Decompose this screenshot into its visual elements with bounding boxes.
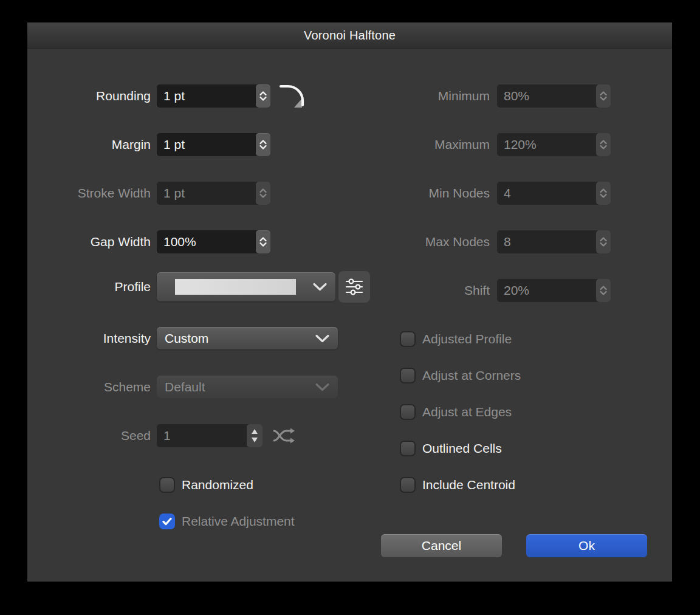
- stroke-width-field: [157, 182, 270, 205]
- window-title: Voronoi Halftone: [304, 29, 396, 43]
- minimum-label: Minimum: [368, 84, 490, 108]
- rounded-corner-icon: [278, 81, 307, 110]
- gap-width-input[interactable]: [157, 230, 255, 253]
- include-centroid-checkbox[interactable]: [400, 477, 416, 493]
- min-nodes-label: Min Nodes: [368, 182, 490, 205]
- stepper-chevrons-icon: [258, 188, 268, 199]
- min-nodes-stepper: [596, 182, 611, 205]
- adjust-at-edges-checkbox: [400, 404, 416, 420]
- outlined-cells-checkbox[interactable]: [400, 441, 416, 456]
- profile-dropdown[interactable]: [157, 272, 335, 301]
- outlined-cells-checkbox-row[interactable]: Outlined Cells: [400, 441, 502, 456]
- margin-stepper[interactable]: [256, 133, 270, 156]
- maximum-input: [497, 133, 595, 156]
- voronoi-halftone-dialog: Voronoi Halftone Rounding Margin Stroke …: [27, 22, 672, 582]
- maximum-label: Maximum: [368, 133, 490, 156]
- relative-adjustment-checkbox-row: Relative Adjustment: [159, 514, 295, 529]
- max-nodes-label: Max Nodes: [368, 230, 490, 253]
- randomized-checkbox-row[interactable]: Randomized: [159, 477, 253, 493]
- scheme-value: Default: [165, 376, 205, 398]
- include-centroid-checkbox-row[interactable]: Include Centroid: [400, 477, 515, 493]
- seed-input: [157, 424, 255, 447]
- adjust-at-corners-label: Adjust at Corners: [422, 368, 521, 383]
- profile-settings-button[interactable]: [338, 271, 370, 303]
- cancel-button[interactable]: Cancel: [381, 534, 502, 557]
- checkmark-icon: [162, 517, 172, 526]
- shift-field: [497, 279, 611, 302]
- profile-preview-swatch: [175, 279, 296, 295]
- stepper-chevrons-icon: [258, 236, 268, 247]
- seed-label: Seed: [40, 424, 151, 447]
- shuffle-icon: [273, 427, 296, 444]
- profile-label: Profile: [40, 272, 151, 301]
- margin-input[interactable]: [157, 133, 255, 156]
- stepper-chevrons-icon: [258, 91, 268, 101]
- shift-label: Shift: [368, 279, 490, 302]
- adjust-at-corners-checkbox-row: Adjust at Corners: [400, 368, 521, 383]
- stroke-width-input: [157, 182, 255, 205]
- include-centroid-label: Include Centroid: [422, 478, 515, 492]
- adjusted-profile-checkbox-row: Adjusted Profile: [400, 331, 512, 347]
- max-nodes-input: [497, 230, 595, 253]
- relative-adjustment-label: Relative Adjustment: [182, 514, 295, 529]
- stepper-triangles-icon: [251, 428, 258, 444]
- min-nodes-input: [497, 182, 595, 205]
- shift-stepper: [596, 279, 611, 302]
- rounding-field[interactable]: [157, 84, 270, 108]
- stroke-width-label: Stroke Width: [40, 182, 151, 205]
- adjusted-profile-checkbox: [400, 331, 416, 347]
- shift-input: [497, 279, 595, 302]
- stroke-width-stepper: [256, 182, 270, 205]
- margin-field[interactable]: [157, 133, 270, 156]
- stepper-chevrons-icon: [599, 188, 608, 199]
- intensity-value: Custom: [165, 327, 208, 349]
- randomized-checkbox[interactable]: [159, 477, 175, 493]
- stepper-chevrons-icon: [258, 139, 268, 150]
- adjusted-profile-label: Adjusted Profile: [422, 332, 512, 346]
- stepper-chevrons-icon: [599, 91, 608, 101]
- gap-width-label: Gap Width: [40, 230, 151, 253]
- minimum-input: [497, 84, 595, 108]
- title-bar[interactable]: Voronoi Halftone: [27, 22, 672, 49]
- max-nodes-stepper: [596, 230, 611, 253]
- outlined-cells-label: Outlined Cells: [422, 441, 502, 456]
- chevron-down-icon: [315, 383, 329, 391]
- adjust-at-edges-label: Adjust at Edges: [422, 405, 512, 419]
- margin-label: Margin: [40, 133, 151, 156]
- rounding-label: Rounding: [40, 84, 151, 108]
- minimum-stepper: [596, 84, 611, 108]
- maximum-field: [497, 133, 611, 156]
- intensity-dropdown[interactable]: Custom: [157, 327, 338, 349]
- scheme-dropdown: Default: [157, 376, 338, 398]
- rounding-stepper[interactable]: [256, 84, 270, 108]
- adjust-at-edges-checkbox-row: Adjust at Edges: [400, 404, 512, 420]
- scheme-label: Scheme: [40, 376, 151, 398]
- relative-adjustment-checkbox: [159, 514, 175, 529]
- gap-width-stepper[interactable]: [256, 230, 270, 253]
- stepper-chevrons-icon: [599, 236, 608, 247]
- stepper-chevrons-icon: [599, 285, 608, 296]
- max-nodes-field: [497, 230, 611, 253]
- gap-width-field[interactable]: [157, 230, 270, 253]
- maximum-stepper: [596, 133, 611, 156]
- rounding-input[interactable]: [157, 84, 255, 108]
- intensity-label: Intensity: [40, 327, 151, 349]
- chevron-down-icon: [315, 334, 329, 342]
- adjust-at-corners-checkbox: [400, 368, 416, 383]
- ok-button[interactable]: Ok: [526, 534, 647, 557]
- randomized-label: Randomized: [182, 478, 253, 492]
- min-nodes-field: [497, 182, 611, 205]
- minimum-field: [497, 84, 611, 108]
- chevron-down-icon: [313, 283, 327, 291]
- seed-stepper: [247, 424, 262, 447]
- sliders-icon: [345, 278, 363, 296]
- stepper-chevrons-icon: [599, 139, 608, 150]
- seed-field: [157, 424, 262, 447]
